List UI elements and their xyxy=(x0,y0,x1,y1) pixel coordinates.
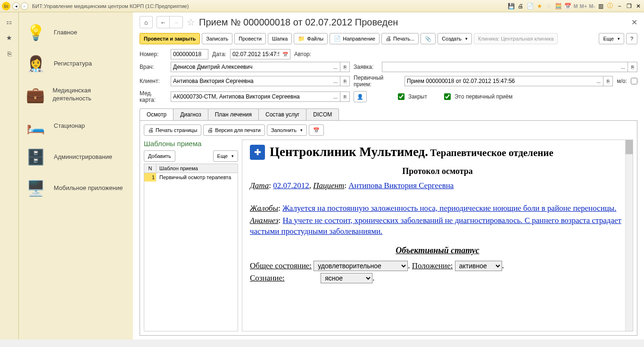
save-icon[interactable]: 💾 xyxy=(507,2,515,10)
mminus-btn[interactable]: M- xyxy=(589,2,595,10)
sidebar-item-mobile[interactable]: 🖥️Мобильное приложение xyxy=(19,173,133,204)
request-input[interactable] xyxy=(382,62,619,72)
tab-osmotr[interactable]: Осмотр xyxy=(140,108,173,120)
tab-dicom[interactable]: DICOM xyxy=(306,108,339,120)
star2-icon[interactable]: ☆ xyxy=(545,2,553,10)
add-button[interactable]: Добавить xyxy=(144,150,175,162)
proto-patient-link[interactable]: Антипова Виктория Сергеевна xyxy=(348,181,454,190)
back-button[interactable]: ← xyxy=(157,16,170,28)
anamnesis-link[interactable]: На учете не состоит, хронических заболев… xyxy=(250,216,621,236)
screens-icon: 🖥️ xyxy=(25,177,47,199)
min-icon[interactable]: − xyxy=(616,2,623,10)
close-icon[interactable]: ✕ xyxy=(635,2,642,10)
max-icon[interactable]: ❐ xyxy=(625,2,633,10)
printer-icon: 🖨 xyxy=(207,127,213,133)
nav-back-icon[interactable]: ◂ xyxy=(12,2,20,10)
print-ver-button[interactable]: 🖨Версия для печати xyxy=(203,124,265,136)
print-page-button[interactable]: 🖨Печать страницы xyxy=(144,124,201,136)
table-row[interactable]: 1 Первичный осмотр терапевта xyxy=(144,173,238,182)
home-button[interactable]: ⌂ xyxy=(140,16,153,28)
history-icon[interactable]: ⎘ xyxy=(5,49,14,58)
protocol-pane: ✚ Центроклиник Мультимед. Терапевтическо… xyxy=(242,140,633,331)
templates-title: Шаблоны приема xyxy=(144,140,238,148)
tab-diagnoz[interactable]: Диагноз xyxy=(173,108,208,120)
content: ⌂ ← → ☆ Прием № 000000018 от 02.07.2012 … xyxy=(133,12,644,339)
proto-date-link[interactable]: 02.07.2012 xyxy=(273,181,309,190)
doc-toolbar: Провести и закрыть Записать Провести Шап… xyxy=(140,33,637,44)
open-icon[interactable]: ⎘ xyxy=(628,62,637,72)
sidebar-item-hospital[interactable]: 🛏️Стационар xyxy=(19,110,133,141)
card-input[interactable] xyxy=(171,91,331,102)
calc-icon[interactable]: 🧮 xyxy=(554,2,562,10)
sidebar-item-admin[interactable]: 🗄️Администрирование xyxy=(19,141,133,173)
doc-icon[interactable]: 📄 xyxy=(526,2,534,10)
sidebar-item-medical[interactable]: 💼Медицинская деятельность xyxy=(19,79,133,110)
nav-fwd-icon[interactable]: ▸ xyxy=(21,2,28,10)
open-icon[interactable]: ⎘ xyxy=(340,91,350,102)
open-icon[interactable]: ⎘ xyxy=(340,62,350,72)
select-icon[interactable]: ... xyxy=(331,76,340,86)
doctor-input[interactable] xyxy=(171,62,331,72)
person-button[interactable]: 👤 xyxy=(354,91,367,102)
files-button[interactable]: 📁Файлы xyxy=(294,33,328,44)
number-input[interactable] xyxy=(171,49,208,59)
print-icon[interactable]: 🖨 xyxy=(517,2,524,10)
complaints-link[interactable]: Жалуется на постоянную заложенность носа… xyxy=(282,204,617,213)
more-button[interactable]: Еще xyxy=(599,33,624,44)
post-button[interactable]: Провести xyxy=(234,33,266,44)
star-icon[interactable]: ★ xyxy=(536,2,543,10)
primary-input[interactable] xyxy=(405,76,594,86)
post-close-button[interactable]: Провести и закрыть xyxy=(140,33,200,44)
help-button[interactable]: ? xyxy=(626,33,637,44)
cal-icon[interactable]: 📅 xyxy=(564,2,571,10)
conscious-select[interactable]: ясное xyxy=(321,273,372,283)
author-label: Автор: xyxy=(294,51,311,58)
date-input[interactable] xyxy=(230,49,281,59)
favorite-toggle[interactable]: ☆ xyxy=(187,17,195,28)
select-icon[interactable]: ... xyxy=(594,76,603,86)
more-templates-button[interactable]: Еще xyxy=(213,150,238,162)
create-button[interactable]: Создать xyxy=(438,33,472,44)
select-icon[interactable]: ... xyxy=(619,62,628,72)
col-n: N xyxy=(144,164,157,173)
general-select[interactable]: удовлетворительное xyxy=(314,261,408,271)
client-input[interactable] xyxy=(171,76,331,86)
col-name: Шаблон приема xyxy=(157,164,238,173)
select-icon[interactable]: ... xyxy=(331,62,340,72)
info-icon[interactable]: ⓘ xyxy=(606,2,614,10)
sidebar-item-main[interactable]: 💡Главное xyxy=(19,17,133,48)
m-btn[interactable]: M xyxy=(573,2,578,10)
tab-plan[interactable]: План лечения xyxy=(208,108,259,120)
calendar-icon[interactable]: 📅 xyxy=(281,49,290,59)
fwd-button[interactable]: → xyxy=(170,16,183,28)
tabs: Осмотр Диагноз План лечения Состав услуг… xyxy=(140,108,637,121)
napr-button[interactable]: 📄Направление xyxy=(330,33,380,44)
proto-patient-label: Пациент xyxy=(313,181,344,190)
closed-checkbox[interactable] xyxy=(398,93,405,100)
fav-icon[interactable]: ★ xyxy=(5,33,14,42)
close-doc-button[interactable]: ✕ xyxy=(631,18,637,27)
client-label: Клиент: xyxy=(140,78,167,84)
print-button[interactable]: 🖨Печать... xyxy=(381,33,419,44)
tab-sostav[interactable]: Состав услуг xyxy=(258,108,306,120)
position-select[interactable]: активное xyxy=(455,261,502,271)
select-icon[interactable]: ... xyxy=(331,91,340,102)
cap-button[interactable]: Шапка xyxy=(268,33,292,44)
mplus-btn[interactable]: M+ xyxy=(580,2,587,10)
clinic-label: Клиника: Центральная клиника xyxy=(474,33,558,44)
open-icon[interactable]: ⎘ xyxy=(340,76,350,86)
apps-icon[interactable]: ⚏ xyxy=(5,17,14,26)
open-icon[interactable]: ⎘ xyxy=(603,76,613,86)
sidebar: 💡Главное 👩‍⚕️Регистратура 💼Медицинская д… xyxy=(19,12,133,339)
write-button[interactable]: Записать xyxy=(202,33,232,44)
obj-status-heading: Объективный статус xyxy=(250,246,625,256)
cal-tool-button[interactable]: 📅 xyxy=(309,124,324,136)
scrollbar[interactable] xyxy=(625,140,633,331)
link-button[interactable]: 📎 xyxy=(421,33,436,44)
fill-button[interactable]: Заполнить xyxy=(267,124,307,136)
isprimary-checkbox[interactable] xyxy=(444,93,451,100)
sidebar-item-registry[interactable]: 👩‍⚕️Регистратура xyxy=(19,48,133,79)
mo-checkbox[interactable] xyxy=(631,78,637,84)
scroll-thumb[interactable] xyxy=(626,140,633,154)
panel-icon[interactable]: ▥ xyxy=(597,2,604,10)
